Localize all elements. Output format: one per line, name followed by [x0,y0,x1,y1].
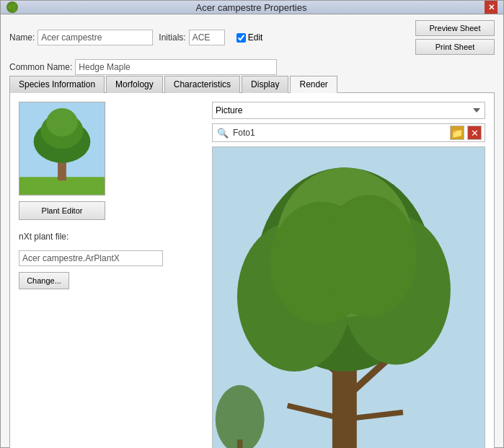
edit-checkbox[interactable] [236,33,246,43]
right-panel: Picture 🔍 Foto1 📁 ✕ [212,102,485,448]
close-button[interactable]: ✕ [485,1,498,14]
plant-thumbnail [19,102,105,196]
edit-label: Edit [248,32,263,43]
photo-preview [212,146,485,448]
picture-dropdown-row: Picture [212,102,485,119]
preview-tree-svg [213,147,485,448]
plant-tree-svg [19,102,105,195]
name-label: Name: [9,32,35,43]
print-sheet-button[interactable]: Print Sheet [415,39,495,55]
name-input[interactable] [37,30,153,45]
edit-checkbox-group: Edit [236,32,263,43]
title-bar: 🌿 Acer campestre Properties ✕ [1,1,503,14]
initials-group: Initials: [159,30,224,45]
sheet-buttons: Preview Sheet Print Sheet [415,20,495,55]
svg-rect-9 [237,439,243,448]
foto-text: Foto1 [233,128,447,138]
picture-select[interactable]: Picture [212,102,485,119]
main-window: 🌿 Acer campestre Properties ✕ Name: Init… [0,0,504,448]
left-panel: Plant Editor nXt plant file: Change... [19,102,206,448]
plant-editor-button[interactable]: Plant Editor [19,201,105,220]
nxt-file-section: nXt plant file: Change... [19,232,206,289]
delete-icon-button[interactable]: ✕ [467,126,482,140]
foto-row: 🔍 Foto1 📁 ✕ [212,123,485,142]
search-icon-button[interactable]: 🔍 [216,126,230,140]
initials-input[interactable] [189,30,225,45]
common-name-row: Common Name: [9,59,495,75]
tab-render[interactable]: Render [290,76,337,93]
initials-label: Initials: [159,32,185,43]
tabs-bar: Species Information Morfology Characteri… [9,75,495,93]
common-name-input[interactable] [75,59,277,75]
nxt-file-input[interactable] [19,250,163,266]
name-group: Name: [9,30,153,45]
svg-point-5 [46,108,77,136]
tab-morfology[interactable]: Morfology [106,76,163,93]
app-icon: 🌿 [6,1,18,13]
top-fields-row: Name: Initials: Edit Preview Sheet Print… [9,20,495,55]
folder-icon-button[interactable]: 📁 [450,126,464,140]
change-button[interactable]: Change... [19,272,69,289]
window-title: Acer campestre Properties [18,2,485,13]
common-name-label: Common Name: [9,62,72,72]
tab-characteristics[interactable]: Characteristics [164,76,240,93]
preview-sheet-button[interactable]: Preview Sheet [415,20,495,36]
tab-display[interactable]: Display [242,76,288,93]
nxt-label: nXt plant file: [19,232,206,242]
content-area: Name: Initials: Edit Preview Sheet Print… [1,14,503,448]
render-panel: Plant Editor nXt plant file: Change... P… [9,93,495,448]
svg-point-20 [322,195,417,317]
tab-species-information[interactable]: Species Information [9,76,105,93]
